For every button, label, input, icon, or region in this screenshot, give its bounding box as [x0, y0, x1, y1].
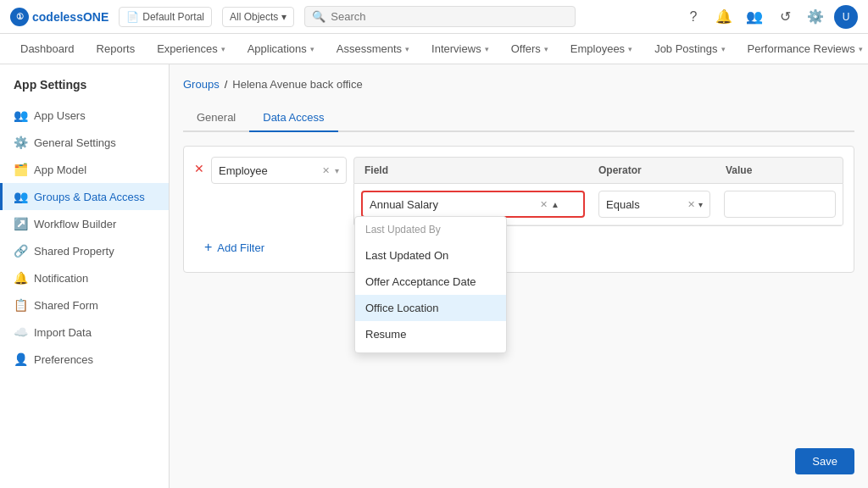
filter-area: ✕ Employee ✕ ▾ Field Operator Value [183, 146, 854, 273]
dropdown-item-5[interactable]: Tax [355, 347, 506, 352]
all-objects-button[interactable]: All Objects ▾ [222, 7, 294, 27]
workflow-builder-icon: ↗️ [14, 217, 27, 230]
sidebar-item-groups-data-access[interactable]: 👥 Groups & Data Access [0, 183, 169, 210]
avatar[interactable]: U [834, 5, 858, 29]
content-area: Groups / Helena Avenue back office Gener… [170, 64, 868, 488]
sidebar-label-app-model: App Model [34, 164, 86, 176]
portal-button[interactable]: 📄 Default Portal [119, 7, 212, 27]
tab-data-access[interactable]: Data Access [249, 104, 337, 132]
row-remove-button[interactable]: ✕ [194, 162, 204, 175]
value-input[interactable] [724, 191, 836, 218]
add-filter-label: Add Filter [217, 241, 264, 254]
experiences-chevron: ▾ [221, 45, 225, 53]
job-postings-chevron: ▾ [721, 45, 726, 53]
sidebar-item-general-settings[interactable]: ⚙️ General Settings [0, 129, 169, 156]
sidebar-item-shared-form[interactable]: 📋 Shared Form [0, 291, 169, 319]
dropdown-item-0[interactable]: Last Updated By [355, 217, 506, 242]
model-selector-chevron: ▾ [335, 166, 339, 175]
dropdown-item-2[interactable]: Offer Acceptance Date [355, 269, 506, 295]
sidebar-label-general-settings: General Settings [34, 136, 116, 149]
model-selector[interactable]: Employee ✕ ▾ [211, 157, 347, 184]
sidebar-item-import-data[interactable]: ☁️ Import Data [0, 319, 169, 346]
field-cell: Annual Salary ✕ ▲ Last Updated [354, 187, 592, 221]
add-filter-button[interactable]: + Add Filter [194, 233, 843, 262]
sidebar-label-shared-form: Shared Form [34, 299, 98, 312]
applications-chevron: ▾ [310, 45, 314, 53]
logo: ① codelessONE [10, 8, 108, 26]
model-selector-text: Employee [219, 164, 317, 177]
filter-row: ✕ Employee ✕ ▾ Field Operator Value [194, 157, 843, 226]
tab-general[interactable]: General [183, 104, 249, 132]
sidebar-label-shared-property: Shared Property [34, 245, 114, 258]
sidebar-item-workflow-builder[interactable]: ↗️ Workflow Builder [0, 210, 169, 237]
field-dropdown: Last Updated By Last Updated On Offer Ac… [354, 216, 507, 353]
filter-table: Field Operator Value Annual Salary [353, 157, 843, 226]
nav-item-experiences[interactable]: Experiences ▾ [147, 37, 236, 60]
offers-chevron: ▾ [544, 45, 548, 53]
nav-item-interviews[interactable]: Interviews ▾ [421, 37, 499, 60]
filter-table-body: Annual Salary ✕ ▲ Last Updated [353, 184, 843, 226]
field-clear-icon[interactable]: ✕ [540, 199, 548, 210]
value-cell [717, 187, 843, 221]
notifications-icon[interactable]: 🔔 [712, 5, 736, 29]
dropdown-item-4[interactable]: Resume [355, 321, 506, 347]
all-objects-label: All Objects [230, 11, 278, 23]
users-icon[interactable]: 👥 [743, 5, 766, 29]
nav-item-employees[interactable]: Employees ▾ [560, 37, 643, 60]
sidebar-item-app-model[interactable]: 🗂️ App Model [0, 156, 169, 183]
operator-cell: Equals ✕ ▾ [592, 187, 717, 221]
perf-reviews-chevron: ▾ [859, 45, 863, 53]
general-settings-icon: ⚙️ [14, 136, 27, 149]
search-bar: 🔍 [304, 6, 576, 27]
search-input[interactable] [331, 10, 568, 23]
operator-clear-icon[interactable]: ✕ [687, 199, 695, 210]
nav-item-assessments[interactable]: Assessments ▾ [326, 37, 420, 60]
nav-item-offers[interactable]: Offers ▾ [501, 37, 559, 60]
field-select[interactable]: Annual Salary ✕ ▲ [361, 191, 585, 218]
portal-icon: 📄 [126, 11, 139, 23]
groups-data-access-icon: 👥 [14, 190, 27, 203]
import-data-icon: ☁️ [14, 325, 27, 339]
sidebar-title: App Settings [0, 78, 169, 102]
header-operator: Operator [588, 158, 715, 183]
settings-icon[interactable]: ⚙️ [804, 5, 827, 29]
model-selector-clear[interactable]: ✕ [322, 165, 330, 176]
notification-icon: 🔔 [14, 271, 27, 285]
sidebar-item-shared-property[interactable]: 🔗 Shared Property [0, 237, 169, 264]
sidebar-item-preferences[interactable]: 👤 Preferences [0, 346, 169, 373]
dropdown-item-3[interactable]: Office Location [355, 295, 506, 321]
sidebar-label-notification: Notification [34, 272, 88, 285]
breadcrumb: Groups / Helena Avenue back office [183, 78, 854, 91]
sidebar-label-import-data: Import Data [34, 326, 92, 339]
operator-select[interactable]: Equals ✕ ▾ [598, 191, 710, 218]
top-icons: ? 🔔 👥 ↺ ⚙️ U [682, 5, 858, 29]
dropdown-item-1[interactable]: Last Updated On [355, 242, 506, 269]
nav-item-reports[interactable]: Reports [86, 37, 146, 60]
breadcrumb-separator: / [225, 78, 228, 91]
sidebar-item-notification[interactable]: 🔔 Notification [0, 264, 169, 291]
table-row: Annual Salary ✕ ▲ Last Updated [354, 184, 843, 225]
employees-chevron: ▾ [628, 45, 632, 53]
history-icon[interactable]: ↺ [773, 5, 797, 29]
field-arrow-icon[interactable]: ▲ [551, 200, 559, 209]
add-filter-plus-icon: + [204, 240, 212, 255]
logo-text: codelessONE [32, 10, 108, 24]
sidebar-label-preferences: Preferences [34, 353, 93, 366]
breadcrumb-parent[interactable]: Groups [183, 78, 220, 91]
nav-item-dashboard[interactable]: Dashboard [10, 37, 85, 60]
help-icon[interactable]: ? [682, 5, 705, 29]
main-layout: App Settings 👥 App Users ⚙️ General Sett… [0, 64, 868, 488]
save-button[interactable]: Save [795, 448, 854, 474]
search-icon: 🔍 [312, 10, 326, 23]
assessments-chevron: ▾ [405, 45, 409, 53]
sidebar-item-app-users[interactable]: 👥 App Users [0, 102, 169, 129]
portal-label: Default Portal [142, 11, 204, 23]
top-bar: ① codelessONE 📄 Default Portal All Objec… [0, 0, 868, 34]
nav-item-performance-reviews[interactable]: Performance Reviews ▾ [737, 37, 868, 60]
nav-item-applications[interactable]: Applications ▾ [237, 37, 325, 60]
nav-item-job-postings[interactable]: Job Postings ▾ [644, 37, 735, 60]
sidebar: App Settings 👥 App Users ⚙️ General Sett… [0, 64, 170, 488]
header-value: Value [715, 158, 843, 183]
operator-chevron-icon: ▾ [698, 200, 703, 209]
app-model-icon: 🗂️ [14, 163, 27, 176]
